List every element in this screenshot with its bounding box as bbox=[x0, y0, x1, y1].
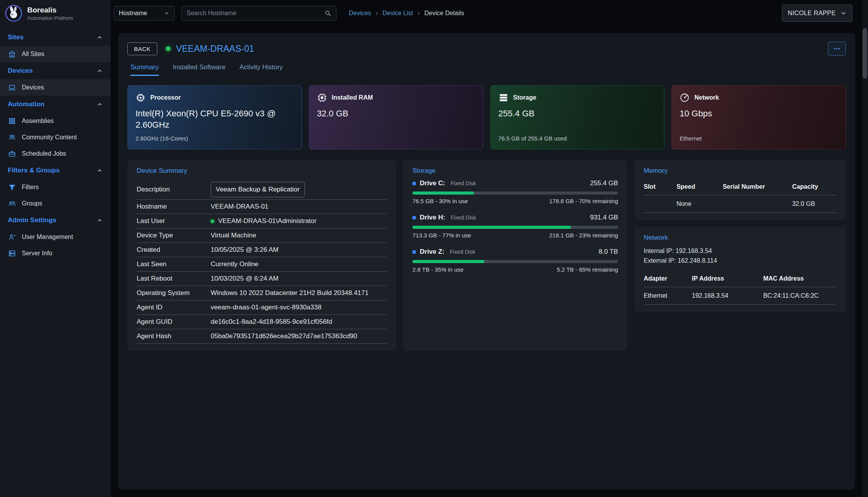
drive-usage-fill bbox=[412, 191, 474, 195]
network-header-ip: IP Address bbox=[692, 271, 763, 287]
back-button[interactable]: BACK bbox=[127, 42, 157, 55]
drive-type: Fixed Disk bbox=[451, 214, 476, 221]
sidebar-item-filters[interactable]: Filters bbox=[0, 179, 111, 195]
drive-used-text: 713.3 GB - 77% in use bbox=[412, 232, 471, 239]
storage-panel: Storage Drive C: Fixed Disk 255.4 GB bbox=[403, 160, 627, 351]
ram-card-header: Installed RAM bbox=[317, 93, 475, 103]
row-value: VEEAM-DRAAS-01 bbox=[211, 203, 387, 211]
processor-card-title: Processor bbox=[150, 94, 181, 101]
processor-card: Processor Intel(R) Xeon(R) CPU E5-2690 v… bbox=[127, 85, 302, 149]
drive-header: Drive C: Fixed Disk 255.4 GB bbox=[412, 179, 618, 187]
sidebar-item-user-management[interactable]: User Management bbox=[0, 229, 111, 245]
drive-row-z: Drive Z: Fixed Disk 8.0 TB 2.8 TB - 35% … bbox=[412, 248, 618, 273]
summary-row-agent-hash: Agent Hash 05ba0e7935171d626ecea29b27d7a… bbox=[137, 329, 387, 344]
groups-icon bbox=[8, 200, 16, 207]
sidebar-item-scheduled-jobs[interactable]: Scheduled Jobs bbox=[0, 146, 111, 162]
search-icon[interactable] bbox=[324, 10, 331, 17]
drive-usage-bar bbox=[412, 226, 618, 229]
hostname-filter-value: Hostname bbox=[119, 10, 147, 17]
search-hostname-input[interactable] bbox=[182, 10, 324, 17]
more-options-button[interactable] bbox=[828, 42, 846, 56]
sidebar-item-community-content[interactable]: Community Content bbox=[0, 129, 111, 146]
summary-row-last-reboot: Last Reboot 10/03/2025 @ 6:24 AM bbox=[137, 272, 387, 286]
sidebar-item-label: Groups bbox=[22, 200, 42, 207]
online-status-dot bbox=[166, 46, 171, 51]
row-value: Virtual Machine bbox=[211, 232, 387, 239]
row-label: Last Reboot bbox=[137, 275, 211, 283]
sidebar-item-label: All Sites bbox=[22, 51, 44, 58]
brand-subtitle: Automation Platform bbox=[27, 15, 73, 21]
sidebar-section-admin-settings[interactable]: Admin Settings bbox=[0, 212, 111, 229]
summary-row-last-seen: Last Seen Currently Online bbox=[137, 257, 387, 272]
row-value: Currently Online bbox=[211, 260, 387, 268]
storage-card-title: Storage bbox=[513, 94, 537, 101]
ram-icon bbox=[317, 93, 327, 103]
sidebar-item-server-info[interactable]: Server Info bbox=[0, 245, 111, 262]
sidebar-section-filters-groups[interactable]: Filters & Groups bbox=[0, 162, 111, 179]
tab-activity-history[interactable]: Activity History bbox=[239, 63, 283, 76]
processor-card-header: Processor bbox=[136, 93, 294, 103]
ram-value: 32.0 GB bbox=[317, 108, 475, 119]
detail-panels-row: Device Summary Description Hostname VEEA… bbox=[127, 160, 846, 351]
processor-footer: 2.60GHz (16-Cores) bbox=[136, 135, 294, 142]
device-details-panel: BACK VEEAM-DRAAS-01 Summary Installed So… bbox=[118, 33, 855, 490]
storage-card-header: Storage bbox=[498, 93, 657, 103]
sidebar-item-groups[interactable]: Groups bbox=[0, 195, 111, 212]
more-options-icon bbox=[833, 45, 841, 53]
row-label: Created bbox=[137, 246, 211, 254]
sidebar-section-sites[interactable]: Sites bbox=[0, 29, 111, 46]
network-panel: Network Internal IP: 192.168.3.54 Extern… bbox=[634, 227, 846, 312]
chevron-up-icon bbox=[97, 101, 103, 107]
breadcrumb-link-device-list[interactable]: Device List bbox=[382, 10, 413, 17]
ram-footer bbox=[317, 135, 475, 142]
breadcrumb-link-devices[interactable]: Devices bbox=[349, 10, 371, 17]
network-cell-mac: BC:24:11:CA:C6:2C bbox=[763, 287, 836, 305]
storage-value: 255.4 GB bbox=[498, 108, 657, 119]
sidebar-item-label: Scheduled Jobs bbox=[22, 150, 66, 157]
sidebar-section-automation[interactable]: Automation bbox=[0, 96, 111, 113]
sidebar-item-label: User Management bbox=[22, 234, 73, 241]
sidebar-item-label: Community Content bbox=[22, 134, 77, 141]
sidebar-item-assemblies[interactable]: Assemblies bbox=[0, 113, 111, 129]
sidebar-item-all-sites[interactable]: All Sites bbox=[0, 46, 111, 62]
ram-card: Installed RAM 32.0 GB bbox=[309, 85, 483, 149]
network-panel-title: Network bbox=[644, 234, 836, 242]
sidebar-item-devices[interactable]: Devices bbox=[0, 79, 111, 96]
hostname-filter-select[interactable]: Hostname bbox=[114, 6, 174, 21]
page-scrollbar[interactable] bbox=[862, 0, 868, 497]
briefcase-icon bbox=[8, 150, 16, 158]
memory-table: Slot Speed Serial Number Capacity None 3… bbox=[644, 179, 836, 213]
network-card-header: Network bbox=[680, 93, 838, 103]
device-tabs: Summary Installed Software Activity Hist… bbox=[127, 63, 846, 76]
user-online-dot bbox=[211, 220, 214, 223]
sidebar-item-label: Filters bbox=[22, 184, 39, 191]
tab-installed-software[interactable]: Installed Software bbox=[173, 63, 225, 76]
main-column: Hostname Devices › Device List › Device … bbox=[111, 0, 868, 497]
network-card: Network 10 Gbps Ethernet bbox=[671, 85, 846, 149]
internal-ip: Internal IP: 192.168.3.54 bbox=[644, 246, 836, 256]
network-cell-adapter: Ethernet bbox=[644, 287, 692, 305]
chevron-up-icon bbox=[97, 167, 103, 174]
sidebar-section-devices[interactable]: Devices bbox=[0, 62, 111, 79]
memory-header-capacity: Capacity bbox=[792, 179, 836, 195]
network-adapter-table: Adapter IP Address MAC Address Ethernet … bbox=[644, 271, 836, 305]
row-value: Windows 10 2022 Datacenter 21H2 Build 20… bbox=[211, 289, 387, 297]
tab-summary[interactable]: Summary bbox=[130, 63, 159, 76]
app-root: Borealis Automation Platform Sites All S… bbox=[0, 0, 868, 497]
drive-size: 255.4 GB bbox=[590, 179, 618, 187]
section-label-automation: Automation bbox=[8, 100, 44, 108]
drive-bullet-icon bbox=[412, 216, 416, 220]
chevron-down-icon bbox=[164, 11, 169, 16]
right-panels-column: Memory Slot Speed Serial Number Capacity… bbox=[634, 160, 846, 351]
user-menu-button[interactable]: NICOLE RAPPE bbox=[782, 5, 852, 22]
description-input[interactable] bbox=[211, 182, 305, 197]
summary-row-hostname: Hostname VEEAM-DRAAS-01 bbox=[137, 200, 387, 214]
scrollbar-thumb[interactable] bbox=[863, 28, 867, 79]
sidebar-nav: Sites All Sites Devices Devices Automati… bbox=[0, 29, 111, 262]
section-label-sites: Sites bbox=[8, 33, 24, 41]
memory-cell-serial bbox=[723, 195, 792, 213]
drive-remaining-text: 218.1 GB - 23% remaining bbox=[549, 232, 618, 239]
drive-stats: 76.5 GB - 30% in use 178.8 GB - 70% rema… bbox=[412, 198, 618, 204]
network-value: 10 Gbps bbox=[680, 108, 838, 119]
section-label-filters-groups: Filters & Groups bbox=[8, 167, 60, 174]
